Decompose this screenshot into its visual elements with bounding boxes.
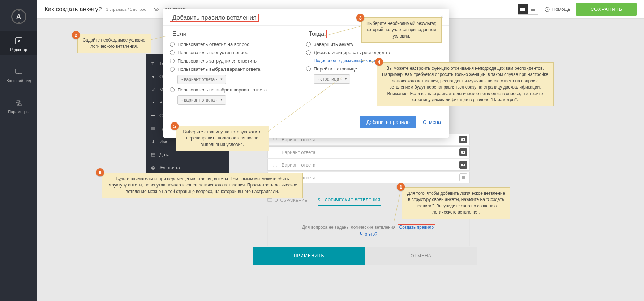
camera-icon[interactable]	[459, 136, 467, 143]
svg-text:@: @	[151, 165, 155, 170]
callout-5: Выберите страницу, на которую хотите пер…	[176, 126, 269, 151]
tab-logic[interactable]: ЛОГИЧЕСКИЕ ВЕТВЛЕНИЯ	[318, 194, 381, 206]
add-rule-button[interactable]: Добавить правило	[360, 116, 416, 128]
sidebar-item-appearance[interactable]: Внешний вид	[0, 62, 37, 86]
drag-handle-icon[interactable]: ⋮⋮	[271, 150, 279, 154]
text-icon: T	[151, 61, 156, 66]
radio-input[interactable]	[170, 50, 175, 55]
eye-icon	[153, 7, 159, 12]
svg-point-21	[463, 164, 464, 166]
if-option[interactable]: Пользователь ответил на вопрос	[170, 42, 306, 47]
step-badge-5: 5	[171, 122, 179, 130]
monitor-icon	[14, 68, 23, 76]
help-icon: ?	[544, 7, 550, 12]
view-card-icon[interactable]	[518, 4, 528, 14]
page-title: Как создать анкету?	[44, 6, 102, 13]
svg-rect-12	[151, 115, 155, 116]
radio-icon	[151, 74, 156, 79]
radio-input[interactable]	[306, 66, 311, 71]
bottom-buttons: ПРИМЕНИТЬ ОТМЕНА	[253, 247, 477, 265]
svg-point-19	[463, 152, 464, 153]
step-badge-2: 2	[72, 31, 80, 39]
save-button[interactable]: СОХРАНИТЬ	[576, 3, 637, 16]
monitor-icon	[267, 198, 272, 203]
drag-handle-icon[interactable]: ⋮⋮	[271, 138, 279, 142]
help-link[interactable]: ? Помощь	[544, 7, 570, 12]
callout-6: Будьте внимательны при перемещении стран…	[102, 173, 303, 198]
rule-empty-text: Для вопроса не заданы логические ветвлен…	[302, 225, 398, 230]
what-is-link[interactable]: Что это?	[360, 232, 377, 237]
svg-rect-22	[268, 198, 272, 201]
sidebar-label: Внешний вид	[6, 78, 31, 83]
answer-row[interactable]: ⋮⋮Вариант ответа	[267, 159, 470, 171]
create-rule-link[interactable]: Создать правило	[398, 224, 435, 230]
toggles-icon	[14, 99, 23, 107]
view-toggle	[518, 4, 538, 15]
camera-icon[interactable]	[459, 148, 467, 156]
branch-icon	[318, 197, 323, 202]
answer-select[interactable]: - вариант ответа -	[177, 95, 226, 105]
group-icon	[151, 126, 156, 131]
if-option[interactable]: Пользователь не выбрал вариант ответа	[170, 87, 306, 93]
calendar-icon	[151, 152, 156, 157]
then-header: Тогда	[306, 30, 327, 38]
sidebar-label: Параметры	[8, 109, 29, 114]
logo-letter: A	[16, 13, 21, 21]
page-meta: 1 страница / 1 вопрос	[106, 7, 146, 12]
radio-input[interactable]	[170, 59, 175, 63]
svg-text:?: ?	[546, 8, 548, 11]
if-option[interactable]: Пользователь затруднился ответить	[170, 58, 306, 64]
if-column: Если Пользователь ответил на вопрос Поль…	[170, 30, 306, 108]
svg-rect-14	[151, 153, 155, 156]
svg-point-13	[153, 140, 154, 142]
callout-1: Для того, чтобы добавить логическое ветв…	[402, 187, 510, 219]
sidebar: A Редактор Внешний вид Параметры	[0, 0, 37, 301]
dropdown-icon	[151, 100, 156, 105]
if-header: Если	[170, 30, 189, 38]
camera-icon[interactable]	[459, 161, 467, 169]
callout-4: Вы можете настроить функцию отсеивания н…	[377, 62, 554, 106]
view-list-icon[interactable]	[528, 4, 538, 14]
svg-point-5	[18, 104, 19, 105]
person-icon	[151, 139, 156, 144]
svg-point-17	[463, 139, 464, 141]
modal-cancel-link[interactable]: Отмена	[423, 119, 441, 125]
step-badge-6: 6	[96, 168, 104, 176]
radio-input[interactable]	[306, 42, 311, 47]
rule-empty-box: Для вопроса не заданы логические ветвлен…	[267, 216, 470, 246]
svg-point-6	[155, 9, 156, 10]
svg-text:T: T	[151, 61, 154, 66]
sidebar-label: Редактор	[10, 47, 27, 52]
help-label: Помощь	[552, 7, 570, 12]
svg-point-3	[18, 101, 20, 102]
input-icon	[151, 113, 156, 118]
answer-select[interactable]: - вариант ответа -	[177, 75, 226, 84]
cancel-button[interactable]: ОТМЕНА	[365, 247, 477, 265]
callout-3: Выберите необходимый результат, который …	[361, 17, 442, 43]
if-option[interactable]: Пользователь выбрал вариант ответа	[170, 66, 306, 72]
then-option[interactable]: Дисквалифицировать респондента	[306, 50, 442, 55]
drag-handle-icon[interactable]: ⋮⋮	[271, 163, 279, 167]
pencil-icon	[14, 36, 23, 45]
answer-row[interactable]: ⋮⋮Вариант ответа	[267, 146, 470, 158]
toolbox-row[interactable]: @Эл. почта	[146, 161, 229, 174]
logo: A	[11, 9, 26, 24]
radio-input[interactable]	[170, 87, 175, 92]
step-badge-4: 4	[375, 58, 383, 66]
list-icon[interactable]	[459, 173, 467, 181]
radio-input[interactable]	[170, 42, 175, 47]
step-badge-3: 3	[356, 14, 364, 22]
if-option[interactable]: Пользователь пропустил вопрос	[170, 50, 306, 55]
email-icon: @	[151, 165, 156, 170]
sidebar-item-editor[interactable]: Редактор	[0, 31, 37, 55]
radio-input[interactable]	[306, 50, 311, 55]
modal-title: Добавить правило ветвления	[170, 14, 259, 22]
check-icon	[151, 87, 156, 92]
callout-2: Задайте необходимое условие логического …	[77, 34, 151, 53]
apply-button[interactable]: ПРИМЕНИТЬ	[253, 247, 365, 265]
svg-rect-1	[16, 69, 22, 73]
page-select[interactable]: - страница -	[314, 74, 350, 84]
radio-input[interactable]	[170, 67, 175, 72]
sidebar-item-params[interactable]: Параметры	[0, 93, 37, 117]
svg-point-11	[152, 76, 154, 78]
